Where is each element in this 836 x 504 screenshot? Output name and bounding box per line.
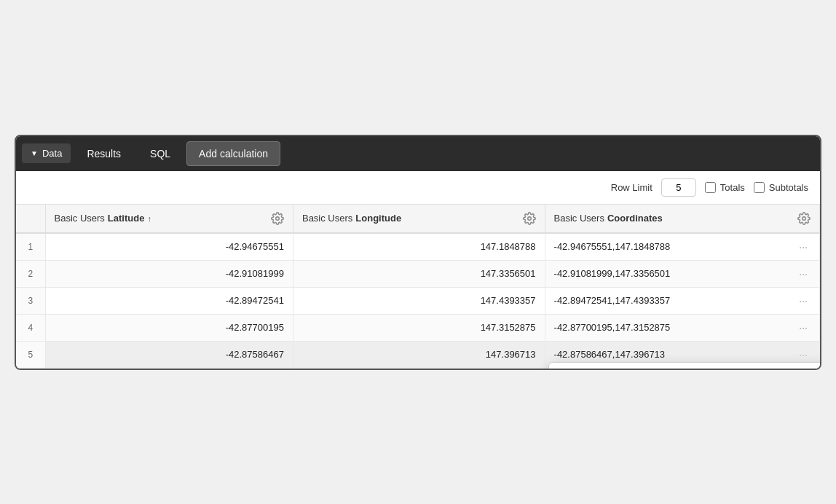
- col-latitude-prefix: Basic Users: [55, 213, 105, 224]
- context-menu: Explore Filter on "-42.87586467,147.3967…: [548, 362, 820, 369]
- table-row: 3 -42.89472541 147.4393357 -42.89472541,…: [16, 287, 820, 314]
- col-latitude-gear-icon[interactable]: [271, 212, 284, 225]
- cell-longitude: 147.3152875: [293, 314, 545, 341]
- row1-context-menu-btn[interactable]: ···: [796, 240, 811, 254]
- col-header-latitude: Basic Users Latitude ↑: [45, 205, 293, 233]
- cell-longitude: 147.4393357: [293, 287, 545, 314]
- subtotals-label: Subtotals: [769, 182, 808, 193]
- cell-coordinates: -42.87700195,147.3152875 ···: [545, 314, 819, 341]
- cell-index: 1: [16, 233, 45, 261]
- table-row: 1 -42.94675551 147.1848788 -42.94675551,…: [16, 233, 820, 261]
- tab-add-calculation[interactable]: Add calculation: [186, 141, 280, 166]
- subtotals-checkbox[interactable]: [754, 182, 765, 193]
- col-coordinates-gear-icon[interactable]: [797, 212, 811, 225]
- cell-latitude: -42.94675551: [45, 233, 293, 261]
- row-limit-input[interactable]: [661, 178, 696, 197]
- app-window: ▼ Data Results SQL Add calculation Row L…: [15, 135, 821, 370]
- col-header-index: [16, 205, 45, 233]
- svg-point-0: [276, 216, 280, 220]
- tab-bar: ▼ Data Results SQL Add calculation: [16, 136, 820, 171]
- cell-latitude: -42.87586467: [45, 341, 293, 368]
- cell-index: 3: [16, 287, 45, 314]
- cell-index: 5: [16, 341, 45, 368]
- data-table: Basic Users Latitude ↑ Basic Users Longi…: [16, 205, 820, 369]
- col-header-longitude: Basic Users Longitude: [293, 205, 545, 233]
- dropdown-arrow-icon: ▼: [31, 149, 38, 157]
- row4-context-menu-btn[interactable]: ···: [796, 320, 811, 335]
- cell-coordinates: -42.87586467,147.396713 ··· Explore Filt…: [545, 341, 819, 368]
- col-latitude-bold: Latitude: [108, 213, 145, 224]
- toolbar: Row Limit Totals Subtotals: [16, 171, 820, 205]
- col-coordinates-bold: Coordinates: [607, 213, 663, 224]
- row-limit-label: Row Limit: [611, 182, 652, 193]
- row3-context-menu-btn[interactable]: ···: [796, 294, 811, 308]
- cell-latitude: -42.87700195: [45, 314, 293, 341]
- col-coordinates-prefix: Basic Users: [554, 213, 604, 224]
- svg-point-1: [527, 216, 531, 220]
- tab-results[interactable]: Results: [74, 142, 134, 165]
- cell-longitude: 147.396713: [293, 341, 545, 368]
- table-header-row: Basic Users Latitude ↑ Basic Users Longi…: [16, 205, 820, 233]
- cell-coordinates: -42.94675551,147.1848788 ···: [545, 233, 819, 261]
- totals-label: Totals: [720, 182, 745, 193]
- table-row: 4 -42.87700195 147.3152875 -42.87700195,…: [16, 314, 820, 341]
- row5-context-menu-btn[interactable]: ···: [796, 347, 811, 362]
- tab-sql[interactable]: SQL: [137, 142, 184, 165]
- tab-data-label: Data: [42, 148, 62, 159]
- col-longitude-prefix: Basic Users: [302, 213, 352, 224]
- row2-context-menu-btn[interactable]: ···: [796, 267, 811, 281]
- cell-longitude: 147.3356501: [293, 260, 545, 287]
- table-row-active: 5 -42.87586467 147.396713 -42.87586467,1…: [16, 341, 820, 368]
- subtotals-group: Subtotals: [754, 182, 808, 193]
- context-menu-wrapper: ··· Explore Filter on "-42.87586467,147.…: [796, 347, 811, 362]
- cell-latitude: -42.89472541: [45, 287, 293, 314]
- cell-index: 2: [16, 260, 45, 287]
- sort-arrow-icon: ↑: [147, 214, 151, 223]
- totals-checkbox[interactable]: [705, 182, 716, 193]
- table-row: 2 -42.91081999 147.3356501 -42.91081999,…: [16, 260, 820, 287]
- totals-group: Totals: [705, 182, 745, 193]
- cell-longitude: 147.1848788: [293, 233, 545, 261]
- cell-index: 4: [16, 314, 45, 341]
- svg-point-2: [803, 216, 806, 220]
- cell-coordinates: -42.89472541,147.4393357 ···: [545, 287, 819, 314]
- col-header-coordinates: Basic Users Coordinates: [545, 205, 819, 233]
- cell-coordinates: -42.91081999,147.3356501 ···: [545, 260, 819, 287]
- tab-data-dropdown[interactable]: ▼ Data: [22, 143, 71, 163]
- cell-latitude: -42.91081999: [45, 260, 293, 287]
- data-table-container: Basic Users Latitude ↑ Basic Users Longi…: [16, 205, 820, 369]
- col-longitude-gear-icon[interactable]: [523, 212, 536, 225]
- col-longitude-bold: Longitude: [355, 213, 401, 224]
